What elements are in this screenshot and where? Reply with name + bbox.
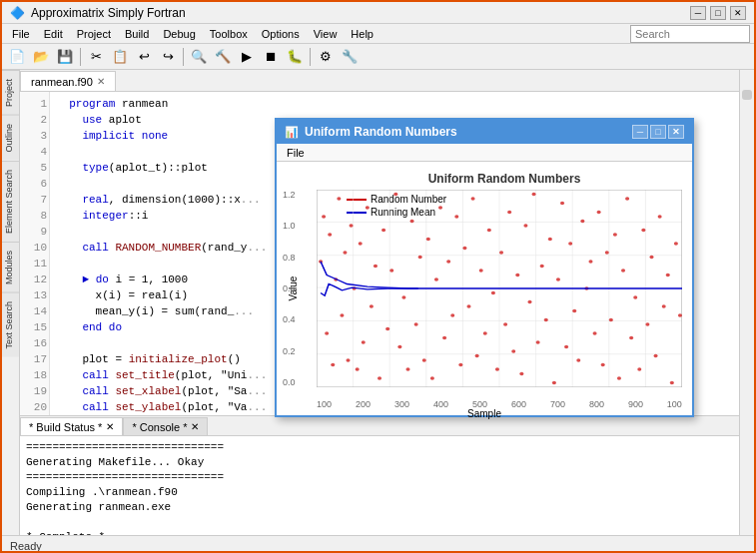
save-button[interactable]: 💾 <box>54 46 76 68</box>
open-button[interactable]: 📂 <box>30 46 52 68</box>
svg-point-72 <box>523 224 527 228</box>
app-title: Approximatrix Simply Fortran <box>31 6 186 20</box>
svg-point-86 <box>580 220 584 224</box>
y-axis-labels: 1.2 1.0 0.8 0.6 0.4 0.2 0.0 <box>283 190 296 387</box>
cut-button[interactable]: ✂ <box>85 46 107 68</box>
tab-label: ranmean.f90 <box>31 76 93 88</box>
find-button[interactable]: 🔍 <box>188 46 210 68</box>
console-tab[interactable]: * Console * ✕ <box>123 417 208 435</box>
menu-edit[interactable]: Edit <box>38 26 69 42</box>
settings-button[interactable]: ⚙ <box>315 46 337 68</box>
svg-point-74 <box>532 193 536 197</box>
svg-point-96 <box>621 269 625 273</box>
menu-project[interactable]: Project <box>71 26 117 42</box>
console-tab-close[interactable]: ✕ <box>191 421 199 432</box>
svg-point-40 <box>393 193 397 197</box>
x-label-100: 100 <box>317 399 332 409</box>
svg-point-109 <box>674 242 678 246</box>
svg-point-49 <box>430 376 434 380</box>
undo-button[interactable]: ↩ <box>133 46 155 68</box>
svg-point-44 <box>410 220 414 224</box>
svg-point-90 <box>597 211 601 215</box>
editor-tab-ranmean[interactable]: ranmean.f90 ✕ <box>20 71 116 91</box>
svg-point-26 <box>343 251 347 255</box>
tools-button[interactable]: 🔧 <box>339 46 361 68</box>
svg-point-62 <box>483 331 487 335</box>
svg-point-25 <box>340 313 344 317</box>
svg-point-61 <box>479 269 483 273</box>
dialog-minimize-button[interactable]: ─ <box>632 125 648 139</box>
svg-point-31 <box>359 242 363 246</box>
maximize-button[interactable]: □ <box>710 6 726 20</box>
svg-point-45 <box>414 322 418 326</box>
svg-point-81 <box>560 202 564 206</box>
menu-help[interactable]: Help <box>345 26 379 42</box>
vertical-scrollbar[interactable] <box>739 70 754 535</box>
toolbar: 📄 📂 💾 ✂ 📋 ↩ ↪ 🔍 🔨 ▶ ⏹ 🐛 ⚙ 🔧 <box>2 44 754 70</box>
menu-debug[interactable]: Debug <box>157 26 201 42</box>
sidebar-item-project[interactable]: Project <box>2 70 19 115</box>
dialog-menu-file[interactable]: File <box>283 146 309 160</box>
svg-point-102 <box>645 322 649 326</box>
new-file-button[interactable]: 📄 <box>6 46 28 68</box>
svg-point-71 <box>519 372 523 376</box>
sidebar-item-outline[interactable]: Outline <box>2 115 19 161</box>
x-label-400: 400 <box>433 399 448 409</box>
debug-button[interactable]: 🐛 <box>284 46 306 68</box>
console-output: ============================== Generatin… <box>20 436 739 535</box>
menu-build[interactable]: Build <box>119 26 155 42</box>
x-label-800: 800 <box>589 399 604 409</box>
svg-point-60 <box>475 354 479 358</box>
sidebar-item-modules[interactable]: Modules <box>2 242 19 292</box>
x-label-1000: 100 <box>667 399 682 409</box>
run-button[interactable]: ▶ <box>236 46 258 68</box>
svg-point-28 <box>350 224 354 228</box>
svg-point-52 <box>442 336 446 340</box>
svg-point-84 <box>572 309 576 313</box>
svg-point-83 <box>568 242 572 246</box>
minimize-button[interactable]: ─ <box>690 6 706 20</box>
menu-view[interactable]: View <box>308 26 344 42</box>
svg-point-53 <box>446 260 450 264</box>
build-status-tab[interactable]: * Build Status * ✕ <box>20 417 123 435</box>
console-line: ============================== <box>26 470 733 485</box>
build-tab-close[interactable]: ✕ <box>106 421 114 432</box>
build-status-label: * Build Status * <box>29 421 102 433</box>
copy-button[interactable]: 📋 <box>109 46 131 68</box>
svg-point-100 <box>637 367 641 371</box>
svg-point-30 <box>356 367 360 371</box>
menu-toolbox[interactable]: Toolbox <box>204 26 254 42</box>
sidebar-item-element-search[interactable]: Element Search <box>2 161 19 242</box>
redo-button[interactable]: ↪ <box>157 46 179 68</box>
menu-options[interactable]: Options <box>256 26 306 42</box>
y-label-06: 0.6 <box>283 283 296 293</box>
svg-point-89 <box>593 331 597 335</box>
chart-dialog: 📊 Uniform Random Numbers ─ □ ✕ File Unif… <box>275 118 694 417</box>
chart-title: Uniform Random Numbers <box>327 172 682 186</box>
svg-point-37 <box>381 229 385 233</box>
bottom-tabs: * Build Status * ✕ * Console * ✕ <box>20 416 739 436</box>
svg-point-91 <box>601 363 605 367</box>
toolbar-separator-3 <box>310 48 311 66</box>
search-input[interactable] <box>630 25 750 43</box>
svg-point-66 <box>499 251 503 255</box>
console-line <box>26 515 733 530</box>
build-button[interactable]: 🔨 <box>212 46 234 68</box>
stop-button[interactable]: ⏹ <box>260 46 282 68</box>
svg-point-65 <box>495 367 499 371</box>
close-button[interactable]: ✕ <box>730 6 746 20</box>
svg-point-55 <box>454 215 458 219</box>
svg-point-79 <box>552 381 556 385</box>
bottom-panel: * Build Status * ✕ * Console * ✕ =======… <box>20 415 739 535</box>
dialog-close-button[interactable]: ✕ <box>668 125 684 139</box>
x-axis-title: Sample <box>467 408 501 419</box>
x-label-600: 600 <box>511 399 526 409</box>
app-icon: 🔷 <box>10 6 25 20</box>
menu-file[interactable]: File <box>6 26 36 42</box>
svg-point-70 <box>515 274 519 277</box>
sidebar-item-text-search[interactable]: Text Search <box>2 292 19 357</box>
svg-point-88 <box>588 260 592 264</box>
tab-close-icon[interactable]: ✕ <box>97 76 105 87</box>
titlebar: 🔷 Approximatrix Simply Fortran ─ □ ✕ <box>2 2 754 24</box>
dialog-maximize-button[interactable]: □ <box>650 125 666 139</box>
